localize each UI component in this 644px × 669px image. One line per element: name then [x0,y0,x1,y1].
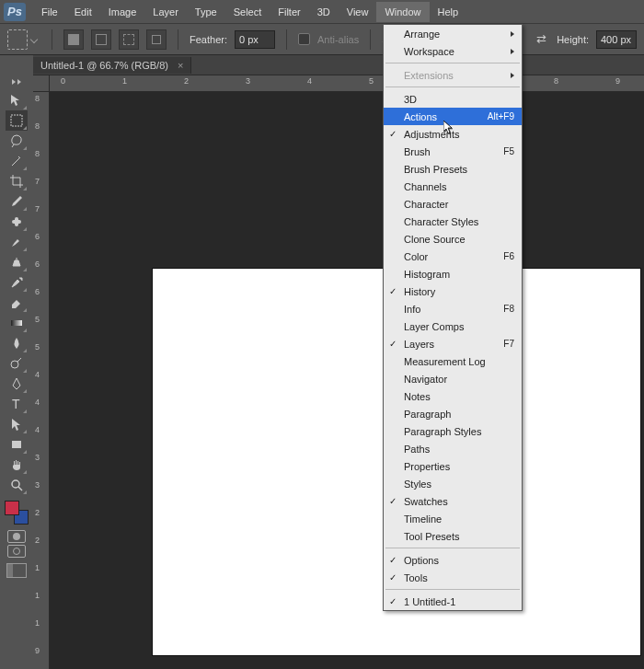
menu-view[interactable]: View [339,2,377,22]
menu-item-notes[interactable]: Notes [384,387,522,405]
document-tab[interactable]: Untitled-1 @ 66.7% (RGB/8) × [33,57,191,74]
history-brush-tool[interactable] [6,272,28,293]
screen-mode-button[interactable] [6,563,27,578]
submenu-arrow-icon [511,49,514,54]
menu-item-tools[interactable]: ✓Tools [384,569,522,586]
menu-type[interactable]: Type [187,2,225,22]
zoom-tool[interactable] [6,475,28,495]
swap-dimensions-icon[interactable]: ⇄ [533,31,549,48]
eraser-tool[interactable] [6,293,28,313]
close-tab-icon[interactable]: × [178,60,183,71]
menu-item-layer-comps[interactable]: Layer Comps [384,317,522,335]
blur-tool[interactable] [6,333,28,353]
eyedropper-tool[interactable] [6,191,28,212]
menu-item-tool-presets[interactable]: Tool Presets [384,527,522,545]
menu-item-timeline[interactable]: Timeline [384,510,522,527]
ruler-tick: 0 [61,76,65,86]
menu-window[interactable]: Window [376,2,429,22]
ruler-tick: 6 [35,232,40,241]
menu-item-properties[interactable]: Properties [384,457,522,475]
new-selection-button[interactable] [63,29,84,50]
menu-item-navigator[interactable]: Navigator [384,370,522,387]
menu-item-character-styles[interactable]: Character Styles [384,213,522,230]
clone-stamp-tool[interactable] [6,252,28,272]
menu-item-options[interactable]: ✓Options [384,551,522,569]
ruler-tick: 5 [35,342,40,352]
horizontal-ruler[interactable]: 0123456789 [50,75,644,92]
menu-image[interactable]: Image [100,2,145,22]
ruler-tick: 9 [615,76,620,86]
ruler-tick: 1 [35,563,40,572]
menu-item-swatches[interactable]: ✓Swatches [384,492,522,510]
tool-preset-dropdown-icon[interactable] [30,35,38,42]
active-tool-preset-icon[interactable] [7,29,28,50]
menu-item-workspace[interactable]: Workspace [384,42,522,60]
antialias-checkbox[interactable] [298,33,310,45]
quickmask-mode-icon[interactable] [7,545,26,558]
menu-item-character[interactable]: Character [384,195,522,213]
foreground-color-swatch[interactable] [5,501,19,515]
spot-healing-tool[interactable] [6,212,28,232]
ruler-tick: 2 [35,508,40,517]
intersect-selection-button[interactable] [146,29,167,50]
menu-item-arrange[interactable]: Arrange [384,25,522,42]
menu-filter[interactable]: Filter [270,2,308,22]
menu-item-label: Layers [404,339,434,350]
ruler-tick: 6 [35,287,40,296]
magic-wand-tool[interactable] [6,151,28,171]
menu-item-info[interactable]: InfoF8 [384,300,522,317]
pen-tool[interactable] [6,374,28,394]
standard-mode-icon[interactable] [7,530,26,543]
menu-select[interactable]: Select [225,2,270,22]
menu-item-brush[interactable]: BrushF5 [384,143,522,160]
menu-3d[interactable]: 3D [309,2,339,22]
menu-item-layers[interactable]: ✓LayersF7 [384,335,522,352]
menu-file[interactable]: File [33,2,66,22]
ruler-origin[interactable] [33,75,50,92]
add-selection-button[interactable] [91,29,111,50]
rectangle-tool[interactable] [6,434,28,455]
menu-item-channels[interactable]: Channels [384,178,522,195]
menu-item-label: Properties [404,461,450,472]
feather-label: Feather: [190,34,227,45]
menu-layer[interactable]: Layer [144,2,187,22]
marquee-tool[interactable] [6,110,28,131]
ruler-tick: 4 [35,370,40,379]
menu-item-styles[interactable]: Styles [384,475,522,492]
separator [370,29,371,50]
menu-item-paths[interactable]: Paths [384,440,522,457]
menu-item-brush-presets[interactable]: Brush Presets [384,160,522,178]
ruler-tick: 9 [35,646,40,655]
check-icon: ✓ [389,496,397,506]
crop-tool[interactable] [6,171,28,191]
color-swatches[interactable] [5,501,29,525]
menu-item-paragraph[interactable]: Paragraph [384,405,522,422]
menu-item-1-untitled-1[interactable]: ✓1 Untitled-1 [384,593,522,610]
height-input[interactable] [596,30,637,49]
vertical-ruler[interactable]: 888776665544433221119 [33,92,50,669]
brush-tool[interactable] [6,232,28,252]
subtract-selection-button[interactable] [119,29,139,50]
menu-edit[interactable]: Edit [66,2,100,22]
menu-item-paragraph-styles[interactable]: Paragraph Styles [384,422,522,440]
menu-item-3d[interactable]: 3D [384,90,522,108]
toolbox-collapse-icon[interactable] [3,77,30,87]
check-icon: ✓ [389,572,397,582]
feather-input[interactable] [235,30,275,49]
dodge-tool[interactable] [6,353,28,374]
gradient-tool[interactable] [6,313,28,333]
menu-item-label: Paths [404,444,430,455]
menu-item-history[interactable]: ✓History [384,283,522,300]
type-tool[interactable]: T [6,394,28,414]
ruler-tick: 4 [35,425,40,434]
svg-text:T: T [12,397,20,411]
path-selection-tool[interactable] [6,414,28,434]
menu-item-clone-source[interactable]: Clone Source [384,230,522,248]
lasso-tool[interactable] [6,131,28,151]
menu-item-color[interactable]: ColorF6 [384,248,522,265]
move-tool[interactable] [6,90,28,110]
menu-help[interactable]: Help [430,2,467,22]
menu-item-measurement-log[interactable]: Measurement Log [384,352,522,370]
menu-item-histogram[interactable]: Histogram [384,265,522,283]
hand-tool[interactable] [6,455,28,475]
